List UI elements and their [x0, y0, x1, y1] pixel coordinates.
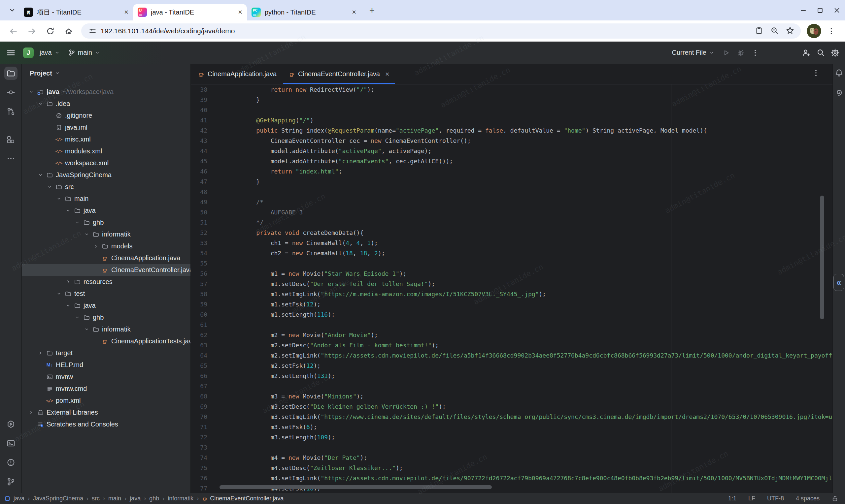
site-info-icon[interactable]: [88, 27, 97, 35]
address-bar[interactable]: 192.168.101.144/ide/web/coding/java/demo: [81, 23, 801, 39]
vertical-scrollbar[interactable]: [820, 196, 824, 319]
tree-chevron-icon[interactable]: [66, 208, 74, 213]
problems-tool-icon[interactable]: [4, 456, 17, 469]
git-tool-icon[interactable]: [4, 475, 17, 488]
tree-chevron-icon[interactable]: [29, 410, 37, 415]
browser-menu-icon[interactable]: [827, 27, 835, 35]
line-ending[interactable]: LF: [748, 495, 755, 502]
tree-item-external-libraries[interactable]: External Libraries: [22, 407, 191, 418]
tree-item-src[interactable]: src: [22, 181, 191, 193]
profile-avatar[interactable]: [807, 24, 821, 38]
project-selector[interactable]: J java: [23, 48, 60, 58]
clipboard-icon[interactable]: [755, 26, 763, 36]
tree-chevron-icon[interactable]: [66, 280, 74, 284]
breadcrumb-item[interactable]: src: [92, 495, 100, 502]
tree-chevron-icon[interactable]: [38, 101, 46, 106]
collapse-panel-button[interactable]: «: [833, 274, 844, 291]
horizontal-scrollbar[interactable]: [219, 485, 492, 489]
commit-tool-icon[interactable]: [4, 86, 17, 99]
tree-chevron-icon[interactable]: [56, 291, 64, 296]
tab-close-icon[interactable]: ×: [238, 8, 242, 16]
tree-item-informatik[interactable]: informatik: [22, 323, 191, 335]
maximize-button[interactable]: [816, 7, 824, 14]
tree-item-javaspringcinema[interactable]: JavaSpringCinema: [22, 169, 191, 181]
tree-item-cinemaapplicationtests.java[interactable]: CinemaApplicationTests.java: [22, 335, 191, 347]
reload-icon[interactable]: [41, 24, 59, 38]
tree-chevron-icon[interactable]: [38, 350, 46, 356]
search-everywhere-icon[interactable]: [813, 46, 828, 60]
breadcrumb-item[interactable]: main: [108, 495, 121, 502]
tree-chevron-icon[interactable]: [84, 232, 92, 237]
minimize-button[interactable]: [800, 7, 807, 14]
tree-item-ghb[interactable]: ghb: [22, 216, 191, 228]
code-with-me-icon[interactable]: [799, 46, 813, 60]
back-icon[interactable]: [5, 24, 22, 38]
tree-item-ghb[interactable]: ghb: [22, 311, 191, 323]
close-window-button[interactable]: [833, 7, 840, 14]
tree-item-resources[interactable]: resources: [22, 276, 191, 288]
breadcrumb-item[interactable]: java: [130, 495, 141, 502]
caret-position[interactable]: 1:1: [728, 495, 736, 502]
browser-tab[interactable]: PCpython - TitanIDE×: [247, 4, 361, 20]
tree-item-workspace.xml[interactable]: </>workspace.xml: [22, 157, 191, 169]
bookmark-star-icon[interactable]: [786, 26, 794, 36]
tree-item-cinemaeventcontroller.java[interactable]: CinemaEventController.java: [22, 264, 191, 276]
editor-tab[interactable]: CinemaEventController.java×: [283, 64, 395, 84]
tree-item-informatik[interactable]: informatik: [22, 228, 191, 240]
lock-icon[interactable]: [831, 495, 839, 502]
tree-item-models[interactable]: models: [22, 240, 191, 252]
tree-item-cinemaapplication.java[interactable]: CinemaApplication.java: [22, 252, 191, 264]
tree-item-modules.xml[interactable]: </>modules.xml: [22, 145, 191, 157]
debug-button[interactable]: [734, 46, 748, 60]
new-tab-button[interactable]: +: [366, 4, 378, 16]
breadcrumb-item[interactable]: java: [14, 495, 24, 502]
run-button[interactable]: [719, 46, 734, 60]
run-config-selector[interactable]: Current File: [672, 49, 714, 56]
tree-item-scratches-and-consoles[interactable]: Scratches and Consoles: [22, 418, 191, 430]
encoding[interactable]: UTF-8: [767, 495, 784, 502]
tree-item-pom.xml[interactable]: </>pom.xml: [22, 395, 191, 407]
breadcrumb-item[interactable]: CinemaEventController.java: [202, 495, 284, 502]
breadcrumb-item[interactable]: ghb: [149, 495, 159, 502]
tree-item-.gitignore[interactable]: .gitignore: [22, 109, 191, 121]
indent-setting[interactable]: 4 spaces: [796, 495, 820, 502]
home-icon[interactable]: [60, 24, 77, 38]
editor-tab[interactable]: CinemaApplication.java: [192, 64, 283, 84]
tree-chevron-icon[interactable]: [93, 244, 101, 249]
tree-item-java[interactable]: java~/workspace/java: [22, 86, 191, 97]
tab-close-icon[interactable]: ×: [124, 8, 128, 16]
editor-tab-options-icon[interactable]: [812, 69, 820, 78]
tree-chevron-icon[interactable]: [47, 184, 55, 189]
services-tool-icon[interactable]: [4, 418, 17, 431]
ai-assistant-icon[interactable]: [833, 88, 845, 97]
settings-gear-icon[interactable]: [828, 46, 842, 60]
tab-close-icon[interactable]: ×: [352, 8, 356, 16]
tree-chevron-icon[interactable]: [75, 220, 83, 225]
tree-item-.idea[interactable]: .idea: [22, 97, 191, 109]
browser-tab[interactable]: IJjava - TitanIDE×: [133, 4, 247, 20]
tree-item-target[interactable]: target: [22, 347, 191, 359]
tree-item-main[interactable]: main: [22, 193, 191, 204]
notifications-bell-icon[interactable]: [833, 69, 845, 77]
tree-item-misc.xml[interactable]: </>misc.xml: [22, 133, 191, 145]
tree-item-java.iml[interactable]: java.iml: [22, 121, 191, 133]
breadcrumb-item[interactable]: informatik: [168, 495, 193, 502]
project-tool-icon[interactable]: [4, 67, 17, 80]
tree-chevron-icon[interactable]: [66, 303, 74, 308]
tree-chevron-icon[interactable]: [75, 315, 83, 320]
vcs-branch-widget[interactable]: main: [68, 49, 100, 56]
terminal-tool-icon[interactable]: [4, 437, 17, 450]
project-panel-header[interactable]: Project: [22, 64, 191, 83]
breadcrumb-item[interactable]: JavaSpringCinema: [33, 495, 83, 502]
tree-chevron-icon[interactable]: [38, 173, 46, 178]
pull-requests-tool-icon[interactable]: [4, 105, 17, 118]
tree-chevron-icon[interactable]: [84, 327, 92, 332]
more-actions-icon[interactable]: [748, 46, 762, 60]
tree-chevron-icon[interactable]: [56, 196, 64, 201]
tree-item-mvnw.cmd[interactable]: mvnw.cmd: [22, 383, 191, 395]
tree-item-mvnw[interactable]: mvnw: [22, 371, 191, 383]
tab-search-icon[interactable]: [8, 6, 16, 14]
tab-close-icon[interactable]: ×: [385, 70, 389, 78]
forward-icon[interactable]: [23, 24, 40, 38]
main-menu-icon[interactable]: [6, 48, 16, 58]
